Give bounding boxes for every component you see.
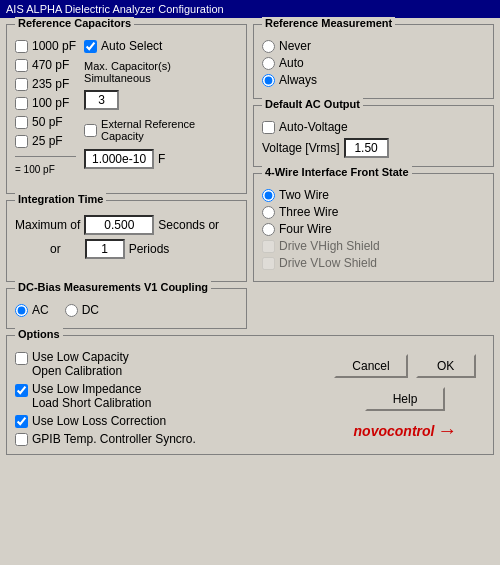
opt-label-2-line1: Use Low Loss Correction (32, 414, 166, 428)
ok-button[interactable]: OK (416, 354, 476, 378)
three-wire-label: Three Wire (279, 205, 338, 219)
opt-item-1: Use Low Impedance Load Short Calibration (15, 382, 317, 410)
help-button[interactable]: Help (365, 387, 445, 411)
cap-235pf-check[interactable] (15, 78, 28, 91)
opt-item-2: Use Low Loss Correction (15, 414, 317, 428)
dc-bias-group: DC-Bias Measurements V1 Coupling AC DC (6, 288, 247, 329)
auto-voltage-row: Auto-Voltage (262, 120, 485, 134)
max-cap-input[interactable] (84, 90, 119, 110)
ac-radio[interactable] (15, 304, 28, 317)
two-wire-label: Two Wire (279, 188, 329, 202)
opt-label-0-line1: Use Low Capacity (32, 350, 129, 364)
periods-label: Periods (129, 242, 170, 256)
opt-check-3[interactable] (15, 433, 28, 446)
ref-never-row: Never (262, 39, 485, 53)
ext-ref-check[interactable] (84, 124, 97, 137)
ref-auto-row: Auto (262, 56, 485, 70)
or-row: or Periods (15, 239, 238, 259)
options-group: Options Use Low Capacity Open Calibratio… (6, 335, 494, 455)
cap-50pf-label: 50 pF (32, 115, 63, 129)
default-ac-output-label: Default AC Output (262, 98, 363, 110)
options-label: Options (15, 328, 63, 340)
equal-note: = 100 pF (15, 164, 76, 175)
default-ac-output-group: Default AC Output Auto-Voltage Voltage [… (253, 105, 494, 167)
auto-select-check[interactable] (84, 40, 97, 53)
ref-measurement-label: Reference Measurement (262, 17, 395, 29)
opt-label-0-line2: Open Calibration (32, 364, 129, 378)
cap-235pf-label: 235 pF (32, 77, 69, 91)
ref-always-label: Always (279, 73, 317, 87)
integration-time-group: Integration Time Maximum of Seconds or o… (6, 200, 247, 282)
three-wire-radio[interactable] (262, 206, 275, 219)
two-wire-radio[interactable] (262, 189, 275, 202)
integration-time-label: Integration Time (15, 193, 106, 205)
brand-logo: novocontrol→ (354, 419, 457, 442)
ref-capacitors-label: Reference Capacitors (15, 17, 134, 29)
auto-voltage-check[interactable] (262, 121, 275, 134)
ref-auto-label: Auto (279, 56, 304, 70)
opt-label-1-line2: Load Short Calibration (32, 396, 151, 410)
drive-vlow-row: Drive VLow Shield (262, 256, 485, 270)
opt-check-0[interactable] (15, 352, 28, 365)
cap-1000pf-label: 1000 pF (32, 39, 76, 53)
dc-radio[interactable] (65, 304, 78, 317)
cap-470pf-row: 470 pF (15, 58, 76, 72)
max-cap-label: Max. Capacitor(s) Simultaneous (84, 60, 171, 84)
cap-100pf-label: 100 pF (32, 96, 69, 110)
ref-capacitors-group: Reference Capacitors 1000 pF 470 pF 235 … (6, 24, 247, 194)
drive-vhigh-check[interactable] (262, 240, 275, 253)
opt-label-1-line1: Use Low Impedance (32, 382, 151, 396)
max-value-input[interactable] (84, 215, 154, 235)
ref-always-radio[interactable] (262, 74, 275, 87)
three-wire-row: Three Wire (262, 205, 485, 219)
cap-25pf-check[interactable] (15, 135, 28, 148)
ext-ref-row: External Reference Capacity (84, 118, 238, 142)
max-of-row: Maximum of Seconds or (15, 215, 238, 235)
ref-auto-radio[interactable] (262, 57, 275, 70)
ext-ref-label: External Reference Capacity (101, 118, 238, 142)
auto-voltage-label: Auto-Voltage (279, 120, 348, 134)
two-wire-row: Two Wire (262, 188, 485, 202)
capacity-input[interactable] (84, 149, 154, 169)
ref-always-row: Always (262, 73, 485, 87)
opt-check-1[interactable] (15, 384, 28, 397)
ac-label: AC (32, 303, 49, 317)
cap-50pf-row: 50 pF (15, 115, 76, 129)
capacity-unit: F (158, 152, 165, 166)
periods-value-input[interactable] (85, 239, 125, 259)
dc-bias-label: DC-Bias Measurements V1 Coupling (15, 281, 211, 293)
cap-100pf-row: 100 pF (15, 96, 76, 110)
opt-check-2[interactable] (15, 415, 28, 428)
seconds-label: Seconds or (158, 218, 219, 232)
opt-item-3: GPIB Temp. Controller Syncro. (15, 432, 317, 446)
cap-50pf-check[interactable] (15, 116, 28, 129)
ref-never-radio[interactable] (262, 40, 275, 53)
cancel-button[interactable]: Cancel (334, 354, 407, 378)
drive-vlow-check[interactable] (262, 257, 275, 270)
four-wire-radio[interactable] (262, 223, 275, 236)
capacity-value-row: F (84, 149, 238, 169)
max-label: Maximum of (15, 218, 80, 232)
voltage-input[interactable] (344, 138, 389, 158)
ref-measurement-group: Reference Measurement Never Auto Always (253, 24, 494, 99)
brand-arrow: → (436, 419, 456, 442)
cap-470pf-label: 470 pF (32, 58, 69, 72)
cap-1000pf-check[interactable] (15, 40, 28, 53)
ref-never-label: Never (279, 39, 311, 53)
four-wire-group: 4-Wire Interface Front State Two Wire Th… (253, 173, 494, 282)
opt-label-3-line1: GPIB Temp. Controller Syncro. (32, 432, 196, 446)
brand-name: novocontrol (354, 423, 435, 439)
ac-radio-row: AC (15, 303, 49, 317)
or-label: or (50, 242, 61, 256)
title-text: AIS ALPHA Dielectric Analyzer Configurat… (6, 3, 224, 15)
title-bar: AIS ALPHA Dielectric Analyzer Configurat… (0, 0, 500, 18)
four-wire-label: Four Wire (279, 222, 332, 236)
cap-470pf-check[interactable] (15, 59, 28, 72)
dc-label: DC (82, 303, 99, 317)
cap-100pf-check[interactable] (15, 97, 28, 110)
four-wire-row: Four Wire (262, 222, 485, 236)
cap-1000pf-row: 1000 pF (15, 39, 76, 53)
cap-25pf-label: 25 pF (32, 134, 63, 148)
drive-vhigh-row: Drive VHigh Shield (262, 239, 485, 253)
voltage-row: Voltage [Vrms] (262, 138, 485, 158)
